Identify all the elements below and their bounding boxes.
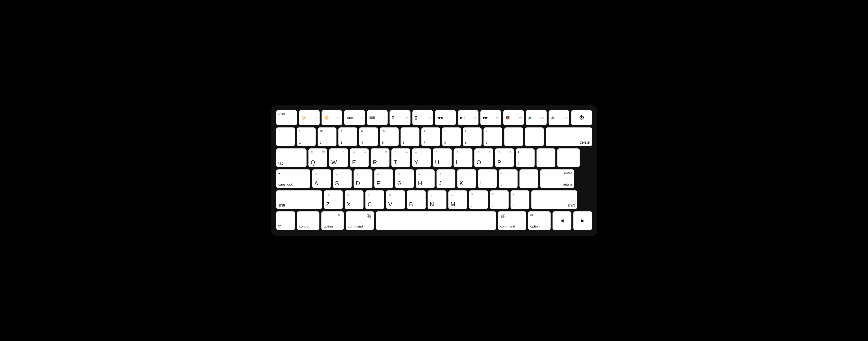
key-tilde[interactable]: ~ ` bbox=[276, 127, 295, 146]
key-tab[interactable]: tab bbox=[276, 148, 307, 167]
key-f3[interactable]: ▭▭ F3 bbox=[344, 110, 365, 125]
key-f6[interactable]: ⣿ F6 bbox=[412, 110, 433, 125]
key-command-left[interactable]: ⌘ command bbox=[346, 211, 374, 230]
key-d[interactable]: ㅇ D bbox=[353, 169, 372, 188]
key-control[interactable]: control bbox=[297, 211, 319, 230]
key-7[interactable]: & 7 bbox=[421, 127, 440, 146]
key-1[interactable]: ! 1 bbox=[297, 127, 316, 146]
row-qwerty: tab ㅂ ㅃ Q ㅈ ㅉ W ㄷ ㄸ E bbox=[276, 148, 592, 167]
key-2[interactable]: @ 2 bbox=[318, 127, 337, 146]
key-alt-left[interactable]: alt option bbox=[321, 211, 344, 230]
key-fn[interactable]: fn bbox=[276, 211, 295, 230]
key-arrow-right[interactable]: ▶ bbox=[573, 211, 592, 230]
key-period[interactable]: > . bbox=[490, 190, 509, 209]
key-p[interactable]: ㅔ ㅖ P bbox=[495, 148, 514, 167]
key-4[interactable]: $ 4 bbox=[359, 127, 378, 146]
key-h[interactable]: ㅗ H bbox=[416, 169, 435, 188]
key-f[interactable]: ㄹ F bbox=[374, 169, 393, 188]
key-alt-right[interactable]: alt option bbox=[528, 211, 551, 230]
key-u[interactable]: ㅕ U bbox=[433, 148, 452, 167]
key-x[interactable]: ㅌ X bbox=[345, 190, 364, 209]
key-delete[interactable]: delete bbox=[546, 127, 592, 146]
key-r[interactable]: ㄱ ㄲ R bbox=[371, 148, 390, 167]
key-c[interactable]: ㅊ C bbox=[365, 190, 384, 209]
key-semicolon[interactable]: : ; bbox=[499, 169, 518, 188]
key-quote[interactable]: " ' bbox=[520, 169, 538, 188]
key-y[interactable]: ㅛ Y bbox=[412, 148, 431, 167]
row-fn: esc 🔅 F1 🔆 F2 ▭▭ F3 ⊞⊞ F4 ⠿ F5 ⣿ F6 ◀◀ F… bbox=[276, 110, 592, 125]
key-b[interactable]: ㅠ B bbox=[407, 190, 426, 209]
key-slash[interactable]: ? / bbox=[510, 190, 529, 209]
key-rbracket[interactable]: } ] bbox=[536, 148, 555, 167]
key-equal[interactable]: + = bbox=[525, 127, 544, 146]
key-command-right[interactable]: ⌘ command bbox=[498, 211, 526, 230]
key-shift-left[interactable]: shift bbox=[276, 190, 322, 209]
key-8[interactable]: * 8 bbox=[442, 127, 461, 146]
key-0[interactable]: ) 0 bbox=[484, 127, 502, 146]
key-caps-lock[interactable]: • caps lock bbox=[276, 169, 310, 188]
key-minus[interactable]: _ – bbox=[504, 127, 523, 146]
key-backslash[interactable]: | \ bbox=[557, 148, 580, 167]
key-lbracket[interactable]: { [ bbox=[516, 148, 535, 167]
key-g[interactable]: ㅎ G bbox=[395, 169, 414, 188]
key-a[interactable]: ㅁ A bbox=[312, 169, 331, 188]
key-v[interactable]: ㅍ V bbox=[386, 190, 405, 209]
key-space[interactable] bbox=[376, 211, 496, 230]
key-f11[interactable]: 🔉 F11 bbox=[526, 110, 547, 125]
key-f2[interactable]: 🔆 F2 bbox=[321, 110, 342, 125]
key-5[interactable]: % 5 bbox=[380, 127, 399, 146]
key-arrow-left[interactable]: ◀ bbox=[553, 211, 571, 230]
row-asdf: • caps lock ㅁ A ㄴ S ㅇ D ㄹ F ㅎ G ㅗ bbox=[276, 169, 592, 188]
key-f8[interactable]: ▶⏸ F8 bbox=[458, 110, 478, 125]
key-esc[interactable]: esc bbox=[276, 110, 297, 125]
key-shift-right[interactable]: shift bbox=[531, 190, 577, 209]
key-f1[interactable]: 🔅 F1 bbox=[299, 110, 320, 125]
key-6[interactable]: ^ 6 bbox=[401, 127, 420, 146]
key-f7[interactable]: ◀◀ F7 bbox=[435, 110, 456, 125]
key-w[interactable]: ㅈ ㅉ W bbox=[329, 148, 348, 167]
keyboard: esc 🔅 F1 🔆 F2 ▭▭ F3 ⊞⊞ F4 ⠿ F5 ⣿ F6 ◀◀ F… bbox=[271, 105, 597, 236]
key-i[interactable]: ㅑ I bbox=[454, 148, 472, 167]
key-enter[interactable]: enter return bbox=[540, 169, 574, 188]
row-bottom: fn control alt option ⌘ command ⌘ comman… bbox=[276, 211, 592, 230]
key-f9[interactable]: ▶▶ F9 bbox=[480, 110, 501, 125]
key-l[interactable]: ㅣ L bbox=[478, 169, 497, 188]
key-9[interactable]: ( 9 bbox=[463, 127, 482, 146]
key-s[interactable]: ㄴ S bbox=[333, 169, 352, 188]
key-f12[interactable]: 🔊 F12 bbox=[549, 110, 569, 125]
key-f5[interactable]: ⠿ F5 bbox=[390, 110, 410, 125]
key-power[interactable]: ⏻ bbox=[571, 110, 592, 125]
key-f4[interactable]: ⊞⊞ F4 bbox=[367, 110, 388, 125]
key-z[interactable]: ㅋ Z bbox=[324, 190, 343, 209]
key-o[interactable]: ㅐ ㅒ O bbox=[474, 148, 493, 167]
key-k[interactable]: ㅏ K bbox=[457, 169, 476, 188]
key-t[interactable]: ㅅ ㅆ T bbox=[391, 148, 410, 167]
key-q[interactable]: ㅂ ㅃ Q bbox=[308, 148, 327, 167]
key-m[interactable]: ㅡ M bbox=[448, 190, 467, 209]
key-f10[interactable]: 🔇 F10 bbox=[503, 110, 524, 125]
key-comma[interactable]: < , bbox=[469, 190, 488, 209]
key-3[interactable]: # 3 bbox=[338, 127, 357, 146]
key-j[interactable]: ㅓ J bbox=[436, 169, 455, 188]
key-n[interactable]: ㅜ N bbox=[428, 190, 446, 209]
row-numbers: ~ ` ! 1 @ 2 # 3 $ 4 % 5 ^ 6 & 7 bbox=[276, 127, 592, 146]
row-zxcv: shift ㅋ Z ㅌ X ㅊ C ㅍ V ㅠ B ㅜ N bbox=[276, 190, 592, 209]
key-e[interactable]: ㄷ ㄸ E bbox=[350, 148, 369, 167]
